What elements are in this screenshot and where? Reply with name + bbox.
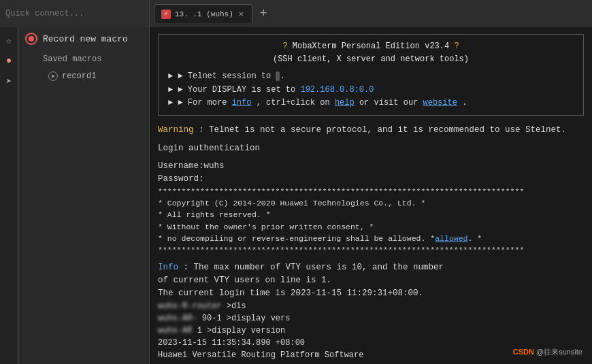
cmd3-suffix: >display version — [207, 326, 285, 335]
saved-macros-label: Saved macros — [43, 54, 101, 64]
terminal-area[interactable]: ? MobaXterm Personal Edition v23.4 ? (SS… — [150, 27, 592, 364]
or-visit: or visit our — [359, 98, 418, 107]
info-box: ? MobaXterm Personal Edition v23.4 ? (SS… — [158, 34, 584, 116]
sidebar-icon-record[interactable]: ● — [1, 53, 16, 68]
record-macro-header[interactable]: Record new macro — [18, 27, 149, 50]
vty-text1: : The max number of VTY users is 10, and… — [184, 263, 444, 272]
terminal-tab-icon: ⚡ — [161, 10, 171, 19]
play-triangle-icon — [52, 74, 55, 78]
cmd1-suffix: >dis — [227, 301, 246, 311]
for-more: ► For more — [178, 98, 227, 107]
dot-suffix: . — [462, 98, 467, 107]
vty-info-line3: The current login time is 2023-11-15 11:… — [158, 287, 584, 300]
vty-info-line2: of current VTY users on line is 1. — [158, 274, 584, 287]
tab-close-button[interactable]: ✕ — [237, 9, 245, 19]
record-button-icon — [25, 33, 37, 45]
cmd2-suffix: >display vers — [227, 314, 291, 323]
record-macro-label: Record new macro — [43, 34, 128, 44]
footer-watermark: CSDN @往来sunsite — [513, 347, 582, 357]
main-content: ☆ ● ➤ Record new macro Saved macros reco… — [0, 27, 592, 364]
warning-text-body: : Telnet is not a secure protocol, and i… — [199, 125, 566, 135]
help-link[interactable]: help — [335, 98, 355, 107]
quick-connect-input[interactable] — [5, 9, 144, 18]
tab-bar: ⚡ 13. .1 (wuhs) ✕ + — [150, 0, 592, 27]
cmd3-blurred: wuhs-AR — [158, 325, 192, 337]
info-links-line: ► ► For more info , ctrl+click on help o… — [168, 97, 574, 110]
login-auth-text: Login authentication — [158, 144, 260, 153]
cmd2-blurred: wuhs-AR- — [158, 312, 197, 325]
display-ip: 192.168.0.8:0.0 — [300, 85, 374, 95]
sidebar-quick-connect — [0, 0, 150, 27]
copyright-line3: * Without the owner's prior written cons… — [158, 221, 584, 233]
asterisks-bottom: ****************************************… — [158, 244, 584, 256]
copyright-line4: * no decompiling or reverse-engineering … — [158, 233, 584, 244]
allowed-link[interactable]: allowed — [435, 234, 467, 243]
ctrl-click-text: , ctrl+click on — [257, 98, 330, 107]
tab-terminal[interactable]: ⚡ 13. .1 (wuhs) ✕ — [154, 4, 252, 23]
username-text: Username:wuhs — [158, 161, 225, 171]
display-prefix: ► Your DISPLAY is set to — [178, 85, 295, 95]
copyright-line1: * Copyright (C) 2014-2020 Huawei Technol… — [158, 197, 584, 209]
vty-info-line1: Info : The max number of VTY users is 10… — [158, 261, 584, 274]
cmd-line3: wuhs-AR 1 >display version — [158, 325, 584, 337]
display-line: ► ► Your DISPLAY is set to 192.168.0.8:0… — [168, 84, 574, 97]
infobox-subtitle-text: (SSH client, X server and network tools) — [273, 54, 469, 64]
q-mark-right: ? — [454, 42, 459, 51]
warning-keyword: Warning — [158, 125, 194, 135]
saved-macros-row[interactable]: Saved macros — [18, 50, 149, 68]
q-mark-left: ? — [282, 42, 287, 51]
password-text: Password: — [158, 174, 204, 184]
macro-item-label: record1 — [62, 71, 96, 81]
left-sidebar: Record new macro Saved macros record1 — [18, 27, 149, 364]
infobox-subtitle: (SSH client, X server and network tools) — [168, 53, 574, 66]
csdn-label: CSDN — [513, 348, 534, 356]
cmd2-mid: 90-1 — [202, 314, 222, 323]
website-link[interactable]: website — [423, 98, 457, 107]
footer-rest: @往来sunsite — [536, 348, 582, 356]
top-bar: ⚡ 13. .1 (wuhs) ✕ + — [0, 0, 592, 27]
terminal-wrapper: ? MobaXterm Personal Edition v23.4 ? (SS… — [150, 27, 592, 364]
telnet-session-line: ► ► Telnet session to . — [168, 70, 574, 83]
sidebar-icon-bar: ☆ ● ➤ — [0, 27, 18, 364]
asterisks-top: ****************************************… — [158, 186, 584, 197]
tab-label: 13. .1 (wuhs) — [175, 10, 233, 18]
macro-item-record1[interactable]: record1 — [18, 68, 149, 84]
sidebar-icon-arrow[interactable]: ➤ — [1, 73, 16, 88]
copyright-line2: * All rights reserved. * — [158, 209, 584, 220]
login-auth-line: Login authentication — [158, 142, 584, 155]
copyright-line4-text: * no decompiling or reverse-engineering … — [158, 234, 435, 243]
warning-line: Warning : Telnet is not a secure protoco… — [158, 124, 584, 137]
play-button-icon — [48, 71, 58, 81]
record-dot-icon — [29, 36, 34, 42]
cmd3-mid: 1 — [197, 326, 202, 335]
telnet-prefix: ► Telnet session to — [178, 71, 271, 81]
info-link[interactable]: info — [232, 98, 252, 107]
cmd-line2: wuhs-AR- 90-1 >display vers — [158, 312, 584, 325]
infobox-title: ? MobaXterm Personal Edition v23.4 ? — [168, 40, 574, 53]
cmd-line1: wuhs-R-router >dis — [158, 300, 584, 312]
info-keyword: Info — [158, 263, 178, 272]
password-line: Password: — [158, 173, 584, 186]
sidebar-icon-star[interactable]: ☆ — [1, 33, 16, 48]
cmd1-blurred: wuhs-R-router — [158, 300, 222, 312]
infobox-title-text: MobaXterm Personal Edition v23.4 — [293, 42, 455, 51]
username-line: Username:wuhs — [158, 160, 584, 173]
tab-add-button[interactable]: + — [254, 4, 273, 23]
